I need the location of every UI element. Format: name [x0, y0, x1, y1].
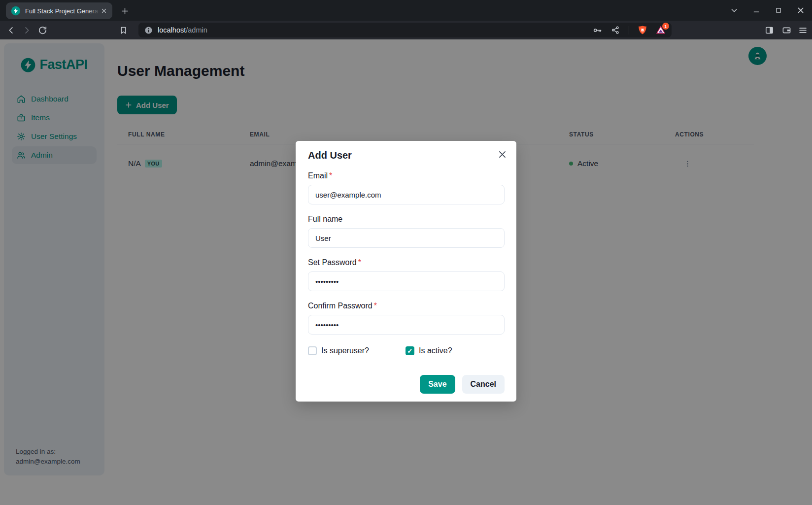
browser-window: Full Stack Project Genera [0, 0, 812, 505]
tab-search-chevron-icon[interactable] [730, 6, 739, 15]
hamburger-menu-icon[interactable] [797, 24, 809, 36]
modal-actions: Save Cancel [308, 375, 505, 394]
add-user-modal: Add User Email* Full name Set Password* … [296, 141, 516, 402]
full-name-field-group: Full name [308, 215, 505, 248]
modal-title: Add User [308, 150, 505, 161]
is-superuser-label: Is superuser? [321, 346, 369, 355]
new-tab-button[interactable] [118, 4, 131, 17]
url-host: localhost [158, 26, 186, 34]
fastapi-favicon-icon [11, 6, 21, 16]
confirm-password-label: Confirm Password* [308, 302, 505, 310]
browser-tab[interactable]: Full Stack Project Genera [6, 2, 112, 19]
cancel-button[interactable]: Cancel [462, 375, 505, 394]
modal-close-icon[interactable] [495, 147, 509, 162]
email-input[interactable] [308, 185, 505, 204]
sidebar-panel-icon[interactable] [763, 24, 775, 36]
save-button[interactable]: Save [420, 375, 455, 394]
wallet-icon[interactable] [780, 24, 792, 36]
checkbox-unchecked-icon[interactable]: ✓ [308, 346, 317, 355]
set-password-field-group: Set Password* [308, 258, 505, 291]
required-marker: * [358, 258, 361, 267]
tab-title: Full Stack Project Genera [25, 7, 100, 15]
set-password-label: Set Password* [308, 258, 505, 267]
full-name-label: Full name [308, 215, 505, 224]
full-name-input[interactable] [308, 228, 505, 248]
address-bar[interactable]: localhost/admin 1 [138, 23, 672, 37]
key-icon[interactable] [592, 25, 602, 35]
required-marker: * [374, 302, 377, 310]
address-bar-actions: 1 [592, 25, 666, 35]
toolbar-divider [629, 26, 629, 34]
minimize-icon[interactable] [752, 6, 761, 15]
bookmark-icon[interactable] [117, 24, 129, 36]
maximize-icon[interactable] [774, 6, 783, 15]
share-icon[interactable] [610, 25, 620, 35]
set-password-input[interactable] [308, 271, 505, 291]
email-label: Email* [308, 171, 505, 180]
tab-close-icon[interactable] [100, 6, 108, 15]
window-controls [730, 0, 805, 21]
is-active-label: Is active? [419, 346, 452, 355]
url-path: /admin [186, 26, 207, 34]
is-superuser-checkbox[interactable]: ✓ Is superuser? [308, 346, 406, 355]
required-marker: * [329, 171, 332, 180]
page-viewport: FastAPI Dashboard Items User Settings [0, 39, 812, 505]
brave-shield-icon[interactable] [638, 25, 647, 35]
browser-toolbar: localhost/admin 1 [0, 21, 812, 39]
confirm-password-field-group: Confirm Password* [308, 302, 505, 335]
email-field-group: Email* [308, 171, 505, 204]
back-icon[interactable] [5, 24, 17, 36]
close-window-icon[interactable] [796, 6, 805, 15]
checkbox-checked-icon[interactable]: ✓ [406, 346, 414, 355]
browser-titlebar: Full Stack Project Genera [0, 0, 812, 21]
rewards-badge: 1 [662, 23, 669, 30]
brave-rewards-triangle-icon[interactable]: 1 [656, 25, 666, 35]
reload-icon[interactable] [36, 24, 48, 36]
checkbox-row: ✓ Is superuser? ✓ Is active? [308, 346, 505, 355]
is-active-checkbox[interactable]: ✓ Is active? [406, 346, 452, 355]
confirm-password-input[interactable] [308, 315, 505, 335]
url-text: localhost/admin [158, 26, 207, 34]
site-info-icon[interactable] [144, 26, 153, 34]
forward-icon[interactable] [21, 24, 33, 36]
